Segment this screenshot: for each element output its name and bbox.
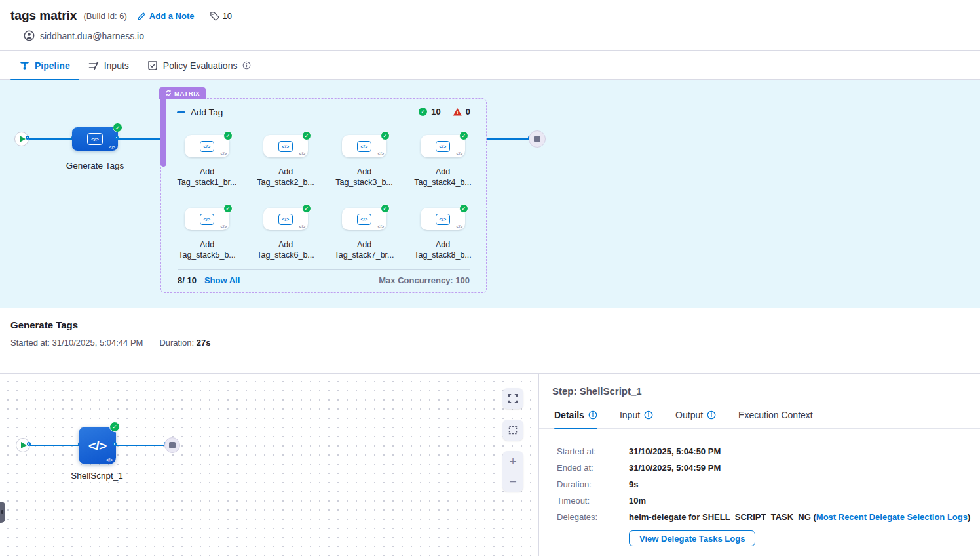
- divider: [447, 107, 447, 117]
- matrix-step-node[interactable]: [342, 208, 386, 230]
- success-check-icon: [459, 204, 468, 213]
- loop-icon: [165, 90, 172, 96]
- user-row: siddhant.dua@harness.io: [24, 30, 970, 41]
- matrix-badge: MATRIX: [159, 87, 206, 99]
- info-icon: [242, 61, 251, 70]
- duration-value: 27s: [197, 338, 211, 348]
- tab-inputs-label: Inputs: [104, 60, 129, 71]
- stage-summary: Generate Tags Started at: 31/10/2025, 5:…: [0, 308, 980, 374]
- success-check-icon: [381, 204, 390, 213]
- matrix-step-label: AddTag_stack8_b...: [407, 239, 479, 260]
- matrix-group: Add Tag 10 0 AddTag_stack1_br... AddTag_…: [160, 98, 487, 293]
- label-line: Tag_stack2_b...: [250, 177, 322, 188]
- tab-details[interactable]: Details: [554, 410, 597, 428]
- code-mini-icon: [457, 151, 462, 156]
- duration: Duration: 27s: [159, 338, 210, 348]
- matrix-step-node[interactable]: [421, 208, 465, 230]
- zoom-out-button[interactable]: −: [502, 471, 523, 492]
- add-note-button[interactable]: Add a Note: [138, 11, 195, 21]
- edge-ring: [27, 442, 31, 446]
- bottom-split: ShellScript_1 + − Step: ShellScript_1: [0, 374, 980, 556]
- tag-count-value: 10: [222, 11, 231, 21]
- zoom-in-button[interactable]: +: [502, 451, 523, 471]
- tab-output[interactable]: Output: [675, 410, 716, 428]
- code-tag-icon: [278, 141, 293, 152]
- shellscript-label: ShellScript_1: [48, 471, 146, 481]
- generate-tags-label: Generate Tags: [43, 161, 147, 170]
- field-label: Started at:: [557, 447, 629, 456]
- fit-to-screen-button[interactable]: [502, 388, 523, 409]
- tab-inputs[interactable]: Inputs: [79, 51, 138, 79]
- build-id: (Build Id: 6): [83, 11, 126, 21]
- delegate-selection-logs-link[interactable]: Most Recent Delegate Selection Logs: [816, 512, 968, 522]
- show-all-link[interactable]: Show All: [204, 275, 240, 285]
- matrix-step-node[interactable]: [185, 135, 229, 157]
- policy-check-icon: [147, 60, 158, 71]
- tab-execution-context[interactable]: Execution Context: [738, 410, 813, 428]
- code-tag-icon: [436, 214, 450, 225]
- collapse-icon[interactable]: [177, 111, 185, 113]
- title-row: tags matrix (Build Id: 6) Add a Note 10: [10, 7, 970, 25]
- delegates-text: ): [968, 512, 970, 522]
- matrix-step-node[interactable]: [185, 208, 229, 230]
- matrix-step-node[interactable]: [342, 135, 386, 157]
- marquee-icon: [508, 425, 518, 435]
- view-delegate-tasks-logs-button[interactable]: View Delegate Tasks Logs: [629, 530, 755, 546]
- label-line: Add: [328, 167, 400, 177]
- field-value: 31/10/2025, 5:04:50 PM: [629, 447, 980, 456]
- shellscript-node[interactable]: [79, 427, 116, 464]
- generate-tags-node[interactable]: [72, 127, 118, 151]
- step-detail-fields: Started at: 31/10/2025, 5:04:50 PM Ended…: [557, 447, 980, 546]
- step-detail-tabs: Details Input Output Execution Context: [539, 410, 980, 429]
- code-mini-icon: [378, 151, 384, 156]
- delegates-label: Delegates:: [557, 512, 629, 522]
- field-label: Duration:: [557, 479, 629, 489]
- add-note-label: Add a Note: [149, 11, 195, 21]
- success-check-icon: [302, 131, 311, 140]
- edge-start-to-generate: [29, 138, 72, 140]
- zoom-control: + −: [502, 451, 523, 492]
- code-mini-icon: [221, 151, 227, 156]
- label-line: Add: [171, 167, 243, 177]
- matrix-step-node[interactable]: [421, 135, 465, 157]
- matrix-step-node[interactable]: [263, 208, 308, 230]
- edge-start-to-shellscript: [30, 445, 79, 446]
- edge-ring: [113, 442, 117, 446]
- user-email: siddhant.dua@harness.io: [40, 31, 144, 41]
- started-label: Started at:: [10, 338, 50, 348]
- tab-input-label: Input: [620, 410, 640, 420]
- label-line: Add: [407, 239, 479, 250]
- panel-expand-handle[interactable]: [0, 502, 5, 523]
- tab-input[interactable]: Input: [620, 410, 653, 428]
- tab-policy-evaluations[interactable]: Policy Evaluations: [138, 51, 261, 79]
- delegates-text: helm-delegate for SHELL_SCRIPT_TASK_NG (: [629, 512, 816, 522]
- matrix-step-label: AddTag_stack4_b...: [407, 167, 479, 188]
- code-tag-icon: [278, 214, 293, 225]
- label-line: Tag_stack1_br...: [171, 177, 243, 188]
- tab-details-label: Details: [554, 410, 584, 420]
- execution-tabs: Pipeline Inputs Policy Evaluations: [0, 51, 980, 80]
- duration-label: Duration:: [159, 338, 194, 348]
- matrix-step-label: AddTag_stack6_b...: [250, 239, 322, 260]
- marquee-select-button[interactable]: [502, 420, 523, 441]
- step-graph-canvas[interactable]: ShellScript_1 + −: [0, 374, 538, 556]
- field-value: 9s: [629, 479, 980, 489]
- code-tag-icon: [436, 141, 450, 152]
- matrix-footer-divider: [178, 269, 470, 270]
- success-check-icon: [302, 204, 311, 213]
- field-value: 31/10/2025, 5:04:59 PM: [629, 463, 980, 473]
- execution-header: tags matrix (Build Id: 6) Add a Note 10 …: [0, 0, 980, 51]
- tab-pipeline[interactable]: Pipeline: [10, 51, 79, 79]
- matrix-step-label: AddTag_stack7_br...: [328, 239, 400, 260]
- matrix-step-node[interactable]: [263, 135, 308, 157]
- field-label: Ended at:: [557, 463, 629, 473]
- label-line: Add: [407, 167, 479, 177]
- play-icon: [20, 136, 26, 142]
- edge-matrix-to-end: [487, 138, 529, 140]
- fullscreen-icon: [508, 393, 518, 404]
- edge-generate-to-matrix: [118, 138, 160, 140]
- label-line: Add: [171, 239, 243, 250]
- info-icon: [644, 410, 653, 420]
- step-panel-title: Step: ShellScript_1: [539, 386, 980, 397]
- page-title: tags matrix: [10, 9, 77, 23]
